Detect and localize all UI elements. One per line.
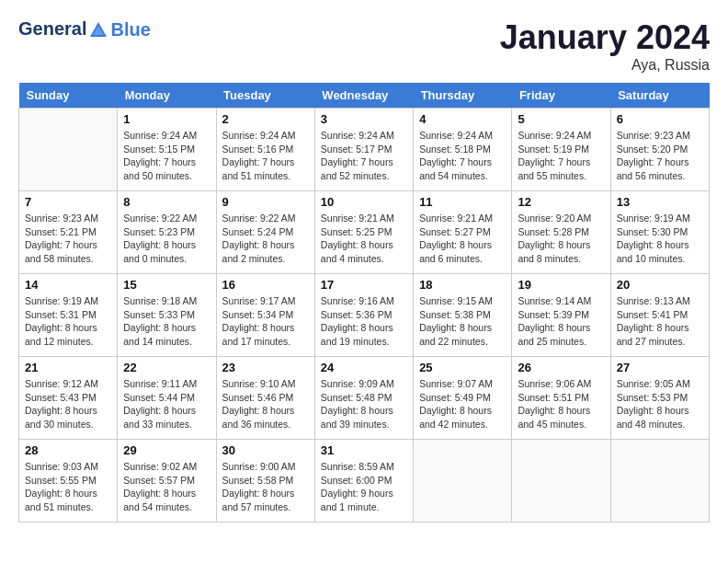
day-number: 14 [25,278,111,292]
day-info: Sunrise: 9:13 AM Sunset: 5:41 PM Dayligh… [617,294,703,349]
day-number: 27 [617,361,703,374]
calendar-cell: 31Sunrise: 8:59 AM Sunset: 6:00 PM Dayli… [314,440,413,523]
day-number: 17 [321,278,407,292]
day-number: 9 [222,195,309,209]
day-info: Sunrise: 9:20 AM Sunset: 5:28 PM Dayligh… [518,212,604,266]
column-header-thursday: Thursday [414,83,512,109]
calendar-cell: 16Sunrise: 9:17 AM Sunset: 5:34 PM Dayli… [216,274,314,357]
day-info: Sunrise: 9:12 AM Sunset: 5:43 PM Dayligh… [25,377,111,431]
calendar-cell: 12Sunrise: 9:20 AM Sunset: 5:28 PM Dayli… [512,191,610,274]
day-info: Sunrise: 9:00 AM Sunset: 5:58 PM Dayligh… [222,460,309,514]
day-number: 12 [518,195,604,209]
calendar-cell: 2Sunrise: 9:24 AM Sunset: 5:16 PM Daylig… [216,109,314,191]
day-info: Sunrise: 9:09 AM Sunset: 5:48 PM Dayligh… [321,377,407,431]
day-number: 4 [419,112,506,126]
calendar-cell [19,109,118,191]
day-info: Sunrise: 9:24 AM Sunset: 5:19 PM Dayligh… [518,129,604,183]
day-number: 31 [321,443,407,457]
day-info: Sunrise: 9:11 AM Sunset: 5:44 PM Dayligh… [123,377,210,431]
calendar-cell [512,440,610,523]
day-info: Sunrise: 9:19 AM Sunset: 5:31 PM Dayligh… [25,294,111,349]
title-area: January 2024 Aya, Russia [500,18,710,74]
day-info: Sunrise: 9:22 AM Sunset: 5:23 PM Dayligh… [123,212,210,266]
calendar-cell: 15Sunrise: 9:18 AM Sunset: 5:33 PM Dayli… [118,274,216,357]
calendar-cell: 27Sunrise: 9:05 AM Sunset: 5:53 PM Dayli… [610,357,709,440]
day-number: 16 [222,278,309,292]
day-info: Sunrise: 9:16 AM Sunset: 5:36 PM Dayligh… [321,294,407,349]
day-info: Sunrise: 9:07 AM Sunset: 5:49 PM Dayligh… [419,377,506,431]
calendar-cell: 29Sunrise: 9:02 AM Sunset: 5:57 PM Dayli… [118,440,216,523]
column-header-friday: Friday [512,83,610,109]
calendar-cell: 10Sunrise: 9:21 AM Sunset: 5:25 PM Dayli… [314,191,413,274]
calendar-cell: 26Sunrise: 9:06 AM Sunset: 5:51 PM Dayli… [512,357,610,440]
column-header-saturday: Saturday [610,83,709,109]
day-info: Sunrise: 9:15 AM Sunset: 5:38 PM Dayligh… [419,294,506,349]
calendar-cell: 13Sunrise: 9:19 AM Sunset: 5:30 PM Dayli… [610,191,709,274]
day-info: Sunrise: 9:02 AM Sunset: 5:57 PM Dayligh… [123,460,210,514]
day-number: 10 [321,195,407,209]
page-header: General Blue January 2024 Aya, Russia [18,18,710,74]
day-info: Sunrise: 9:24 AM Sunset: 5:16 PM Dayligh… [222,129,309,183]
column-header-monday: Monday [118,83,216,109]
column-header-wednesday: Wednesday [314,83,413,109]
calendar-cell [610,440,709,523]
month-title: January 2024 [500,18,710,57]
day-info: Sunrise: 9:24 AM Sunset: 5:18 PM Dayligh… [419,129,506,183]
day-number: 21 [25,361,111,374]
day-info: Sunrise: 9:23 AM Sunset: 5:20 PM Dayligh… [617,129,703,183]
day-number: 23 [222,361,309,374]
logo-icon [88,20,108,40]
day-info: Sunrise: 9:23 AM Sunset: 5:21 PM Dayligh… [25,212,111,266]
day-number: 19 [518,278,604,292]
column-header-tuesday: Tuesday [216,83,314,109]
day-number: 25 [419,361,506,374]
day-info: Sunrise: 9:14 AM Sunset: 5:39 PM Dayligh… [518,294,604,349]
day-number: 2 [222,112,309,126]
day-number: 7 [25,195,111,209]
day-info: Sunrise: 9:22 AM Sunset: 5:24 PM Dayligh… [222,212,309,266]
calendar-cell: 17Sunrise: 9:16 AM Sunset: 5:36 PM Dayli… [314,274,413,357]
calendar-cell: 20Sunrise: 9:13 AM Sunset: 5:41 PM Dayli… [610,274,709,357]
day-number: 22 [123,361,210,374]
calendar-cell: 22Sunrise: 9:11 AM Sunset: 5:44 PM Dayli… [118,357,216,440]
logo: General Blue [18,18,151,40]
day-number: 6 [617,112,703,126]
day-info: Sunrise: 8:59 AM Sunset: 6:00 PM Dayligh… [321,460,407,514]
calendar-cell: 24Sunrise: 9:09 AM Sunset: 5:48 PM Dayli… [314,357,413,440]
calendar-table: SundayMondayTuesdayWednesdayThursdayFrid… [18,83,710,523]
calendar-cell: 9Sunrise: 9:22 AM Sunset: 5:24 PM Daylig… [216,191,314,274]
week-row-1: 1Sunrise: 9:24 AM Sunset: 5:15 PM Daylig… [19,109,710,191]
calendar-cell: 1Sunrise: 9:24 AM Sunset: 5:15 PM Daylig… [118,109,216,191]
calendar-cell: 5Sunrise: 9:24 AM Sunset: 5:19 PM Daylig… [512,109,610,191]
week-row-2: 7Sunrise: 9:23 AM Sunset: 5:21 PM Daylig… [19,191,710,274]
day-info: Sunrise: 9:24 AM Sunset: 5:17 PM Dayligh… [321,129,407,183]
day-number: 29 [123,443,210,457]
logo-blue: Blue [110,19,150,40]
location-subtitle: Aya, Russia [500,57,710,74]
day-info: Sunrise: 9:17 AM Sunset: 5:34 PM Dayligh… [222,294,309,349]
week-row-5: 28Sunrise: 9:03 AM Sunset: 5:55 PM Dayli… [19,440,710,523]
day-number: 1 [123,112,210,126]
calendar-cell: 8Sunrise: 9:22 AM Sunset: 5:23 PM Daylig… [118,191,216,274]
day-number: 5 [518,112,604,126]
calendar-cell: 28Sunrise: 9:03 AM Sunset: 5:55 PM Dayli… [19,440,118,523]
calendar-cell: 19Sunrise: 9:14 AM Sunset: 5:39 PM Dayli… [512,274,610,357]
calendar-cell: 18Sunrise: 9:15 AM Sunset: 5:38 PM Dayli… [414,274,512,357]
day-info: Sunrise: 9:21 AM Sunset: 5:25 PM Dayligh… [321,212,407,266]
day-number: 3 [321,112,407,126]
day-info: Sunrise: 9:24 AM Sunset: 5:15 PM Dayligh… [123,129,210,183]
day-number: 11 [419,195,506,209]
week-row-3: 14Sunrise: 9:19 AM Sunset: 5:31 PM Dayli… [19,274,710,357]
day-info: Sunrise: 9:05 AM Sunset: 5:53 PM Dayligh… [617,377,703,431]
day-number: 30 [222,443,309,457]
day-number: 13 [617,195,703,209]
calendar-cell [414,440,512,523]
day-number: 28 [25,443,111,457]
calendar-cell: 4Sunrise: 9:24 AM Sunset: 5:18 PM Daylig… [414,109,512,191]
logo-text: General [18,18,108,40]
day-info: Sunrise: 9:19 AM Sunset: 5:30 PM Dayligh… [617,212,703,266]
calendar-cell: 25Sunrise: 9:07 AM Sunset: 5:49 PM Dayli… [414,357,512,440]
day-number: 18 [419,278,506,292]
week-row-4: 21Sunrise: 9:12 AM Sunset: 5:43 PM Dayli… [19,357,710,440]
calendar-cell: 23Sunrise: 9:10 AM Sunset: 5:46 PM Dayli… [216,357,314,440]
